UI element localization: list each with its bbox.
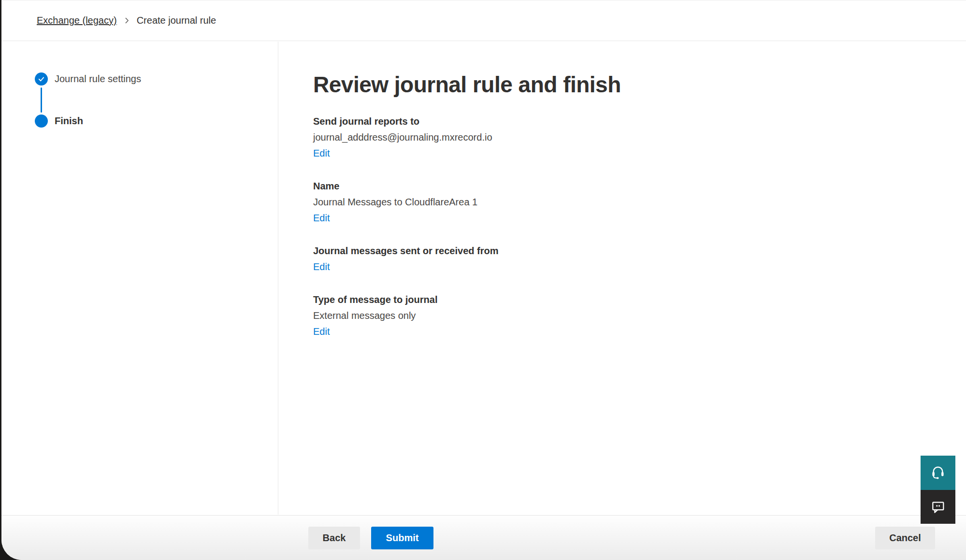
headset-icon — [930, 464, 946, 481]
review-section-journal-messages-sent-or-received-from: Journal messages sent or received from E… — [313, 243, 937, 275]
section-label: Type of message to journal — [313, 292, 937, 308]
flyout-panel: Exchange (legacy) Create journal rule — [1, 0, 966, 560]
step-label: Journal rule settings — [55, 73, 141, 85]
section-value: Journal Messages to CloudflareArea 1 — [313, 194, 937, 210]
footer-action-bar: Back Submit Cancel — [1, 515, 966, 560]
step-label: Finish — [55, 115, 83, 127]
section-label: Send journal reports to — [313, 114, 937, 129]
section-value: journal_adddress@journaling.mxrecord.io — [313, 129, 937, 145]
cancel-button[interactable]: Cancel — [875, 527, 935, 549]
wizard-stepper: Journal rule settings Finish — [1, 42, 278, 515]
edit-link[interactable]: Edit — [313, 259, 330, 275]
edit-link[interactable]: Edit — [313, 145, 330, 161]
step-finish: Finish — [35, 115, 83, 128]
header-bar: Exchange (legacy) Create journal rule — [1, 0, 966, 41]
step-journal-rule-settings[interactable]: Journal rule settings — [35, 72, 141, 86]
checkmark-icon — [35, 72, 48, 86]
feedback-button[interactable] — [921, 490, 955, 524]
review-section-name: Name Journal Messages to CloudflareArea … — [313, 178, 937, 226]
review-section-send-journal-reports-to: Send journal reports to journal_adddress… — [313, 114, 937, 161]
breadcrumb-link-exchange-legacy[interactable]: Exchange (legacy) — [37, 15, 117, 26]
section-label: Journal messages sent or received from — [313, 243, 937, 259]
content-area: Journal rule settings Finish Review jour… — [1, 42, 966, 515]
section-value: External messages only — [313, 308, 937, 324]
page-title: Review journal rule and finish — [313, 72, 937, 98]
review-pane: Review journal rule and finish Send jour… — [278, 42, 966, 515]
breadcrumb-current-page: Create journal rule — [137, 15, 216, 26]
section-label: Name — [313, 178, 937, 194]
back-button[interactable]: Back — [308, 527, 360, 549]
submit-button[interactable]: Submit — [371, 527, 433, 549]
page: Exchange (legacy) Create journal rule — [0, 0, 966, 560]
breadcrumb: Exchange (legacy) Create journal rule — [37, 15, 216, 26]
help-button[interactable] — [921, 456, 955, 490]
filled-dot-icon — [35, 115, 48, 128]
edit-link[interactable]: Edit — [313, 210, 330, 226]
edit-link[interactable]: Edit — [313, 324, 330, 340]
step-connector-line — [41, 87, 42, 113]
chevron-right-icon — [124, 17, 130, 24]
review-section-type-of-message-to-journal: Type of message to journal External mess… — [313, 292, 937, 340]
chat-bubble-icon — [930, 499, 946, 516]
